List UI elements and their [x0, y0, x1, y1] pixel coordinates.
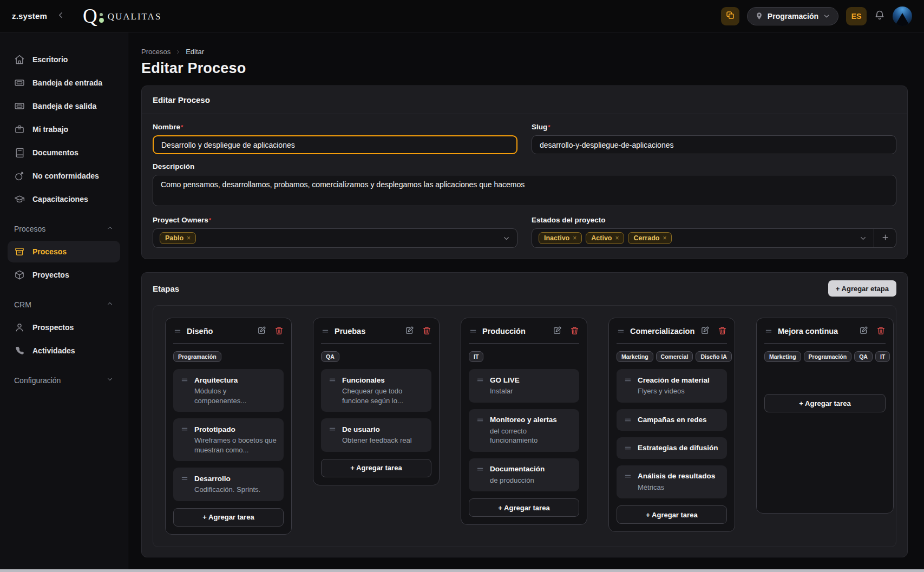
sidebar-item-escritorio[interactable]: Escritorio	[8, 49, 120, 70]
drag-handle-icon[interactable]	[624, 444, 632, 452]
workspace-selector[interactable]: Programación	[747, 7, 838, 25]
drag-handle-icon[interactable]	[321, 327, 330, 336]
brand-q-glyph: Q	[83, 8, 97, 24]
task-card-arquitectura[interactable]: ArquitecturaMódulos y compoenentes...	[173, 369, 284, 412]
sidebar-item-bandeja-de-entrada[interactable]: Bandeja de entrada	[8, 72, 120, 94]
edit-stage-button[interactable]	[859, 326, 868, 337]
breadcrumb-item-editar[interactable]: Editar	[186, 48, 204, 56]
sidebar-item-no-conformidades[interactable]: No conformidades	[8, 165, 120, 187]
cube-icon	[14, 269, 25, 280]
sidebar-item-bandeja-de-salida[interactable]: Bandeja de salida	[8, 95, 120, 117]
add-task-button[interactable]: + Agregar tarea	[617, 505, 727, 524]
drag-handle-icon[interactable]	[469, 327, 477, 336]
breadcrumb-item-procesos[interactable]: Procesos	[141, 48, 171, 56]
add-task-button[interactable]: + Agregar tarea	[764, 394, 886, 412]
estados-select[interactable]: Inactivo×Activo×Cerrado×	[532, 228, 896, 248]
add-task-button[interactable]: + Agregar tarea	[321, 459, 431, 477]
drag-handle-icon[interactable]	[173, 327, 182, 336]
drag-handle-icon[interactable]	[764, 327, 773, 336]
sidebar-item-actividades[interactable]: Actividades	[8, 340, 120, 361]
task-title: Desarrollo	[194, 475, 231, 483]
task-card-documentacion[interactable]: Documentaciónde producción	[469, 458, 579, 492]
stage-title: Producción	[482, 327, 548, 336]
copy-icon	[725, 10, 735, 22]
sidebar-item-documentos[interactable]: Documentos	[8, 142, 120, 163]
horizontal-scrollbar[interactable]	[0, 569, 924, 572]
inbox-icon	[14, 77, 25, 88]
drag-handle-icon[interactable]	[180, 474, 189, 483]
drag-handle-icon[interactable]	[180, 376, 189, 384]
drag-handle-icon[interactable]	[328, 376, 337, 384]
delete-stage-button[interactable]	[422, 326, 431, 337]
section-label: Configuración	[14, 376, 61, 385]
section-label: Procesos	[14, 225, 45, 233]
task-card-monitoreo-y-alertas[interactable]: Monitoreo y alertasdel correcto funciona…	[469, 409, 579, 452]
slug-input[interactable]	[532, 135, 896, 154]
add-stage-button[interactable]: + Agregar etapa	[828, 280, 896, 297]
app-window: z.system Q QUALITAS P	[0, 0, 924, 572]
chevron-left-icon	[56, 10, 65, 22]
edit-stage-button[interactable]	[405, 326, 414, 337]
trash-icon	[876, 326, 886, 337]
sidebar-item-proyectos[interactable]: Proyectos	[8, 264, 120, 286]
sidebar-item-label: Prospectos	[32, 323, 74, 332]
sidebar-section-procesos[interactable]: Procesos	[8, 224, 120, 233]
drag-handle-icon[interactable]	[476, 376, 484, 384]
stage-title: Mejora continua	[778, 327, 854, 336]
drag-handle-icon[interactable]	[476, 465, 484, 474]
breadcrumb: ProcesosEditar	[141, 48, 908, 56]
owners-select[interactable]: Pablo×	[153, 228, 517, 248]
owners-label: Proyect Owners*	[153, 216, 517, 224]
task-card-creacion-de-material[interactable]: Creación de materialFlyers y videos	[617, 369, 727, 403]
copy-workspace-button[interactable]	[721, 7, 739, 25]
sidebar-item-label: Proyectos	[32, 271, 69, 279]
brand-dots-icon	[99, 13, 104, 24]
sidebar-section-crm[interactable]: CRM	[8, 300, 120, 309]
sidebar-item-mi-trabajo[interactable]: Mi trabajo	[8, 119, 120, 140]
user-avatar[interactable]	[893, 6, 912, 26]
task-title: Análisis de resultados	[638, 472, 715, 480]
delete-stage-button[interactable]	[274, 326, 284, 337]
task-card-analisis-de-resultados[interactable]: Análisis de resultadosMétricas	[617, 465, 727, 499]
delete-stage-button[interactable]	[876, 326, 886, 337]
sidebar-collapse-button[interactable]	[56, 10, 65, 22]
locale-badge[interactable]: ES	[846, 7, 867, 25]
sidebar-item-procesos[interactable]: Procesos	[8, 241, 120, 262]
task-card-prototipado[interactable]: PrototipadoWireframes o bocetos que mues…	[173, 418, 284, 461]
add-estado-button[interactable]	[874, 229, 896, 247]
task-card-campanas-en-redes[interactable]: Campañas en redes	[617, 409, 727, 431]
drag-handle-icon[interactable]	[328, 425, 337, 433]
drag-handle-icon[interactable]	[617, 327, 625, 336]
descripcion-input[interactable]: Como pensamos, desarrollamos, probamos, …	[153, 175, 896, 206]
divider	[321, 343, 431, 344]
task-card-de-usuario[interactable]: De usuarioObtener feedback real	[321, 418, 431, 452]
sidebar-item-label: Bandeja de salida	[32, 102, 96, 110]
edit-stage-button[interactable]	[257, 326, 266, 337]
edit-stage-button[interactable]	[553, 326, 562, 337]
edit-stage-button[interactable]	[700, 326, 710, 337]
stage-title: Diseño	[187, 327, 252, 336]
remove-tag-icon[interactable]: ×	[663, 234, 666, 242]
task-card-estrategias-de-difusion[interactable]: Estrategias de difusión	[617, 437, 727, 459]
add-task-button[interactable]: + Agregar tarea	[173, 508, 284, 527]
notifications-button[interactable]	[874, 10, 885, 22]
task-card-go-live[interactable]: GO LIVEInstalar	[469, 369, 579, 403]
task-card-desarrollo[interactable]: DesarrolloCodificación. Sprints.	[173, 468, 284, 501]
drag-handle-icon[interactable]	[180, 425, 189, 433]
drag-handle-icon[interactable]	[624, 376, 632, 384]
sidebar-item-prospectos[interactable]: Prospectos	[8, 317, 120, 338]
sidebar-section-configuracion[interactable]: Configuración	[8, 376, 120, 385]
drag-handle-icon[interactable]	[624, 416, 632, 424]
sidebar-item-capacitaciones[interactable]: Capacitaciones	[8, 188, 120, 210]
task-card-funcionales[interactable]: FuncionalesChequear que todo funcione se…	[321, 369, 431, 412]
delete-stage-button[interactable]	[570, 326, 579, 337]
remove-tag-icon[interactable]: ×	[615, 234, 619, 242]
drag-handle-icon[interactable]	[624, 472, 632, 481]
drag-handle-icon[interactable]	[476, 416, 484, 424]
stage-tag-it: IT	[469, 351, 483, 362]
remove-tag-icon[interactable]: ×	[187, 234, 191, 242]
nombre-input[interactable]	[153, 135, 517, 154]
delete-stage-button[interactable]	[718, 326, 727, 337]
add-task-button[interactable]: + Agregar tarea	[469, 498, 579, 517]
remove-tag-icon[interactable]: ×	[573, 234, 576, 242]
